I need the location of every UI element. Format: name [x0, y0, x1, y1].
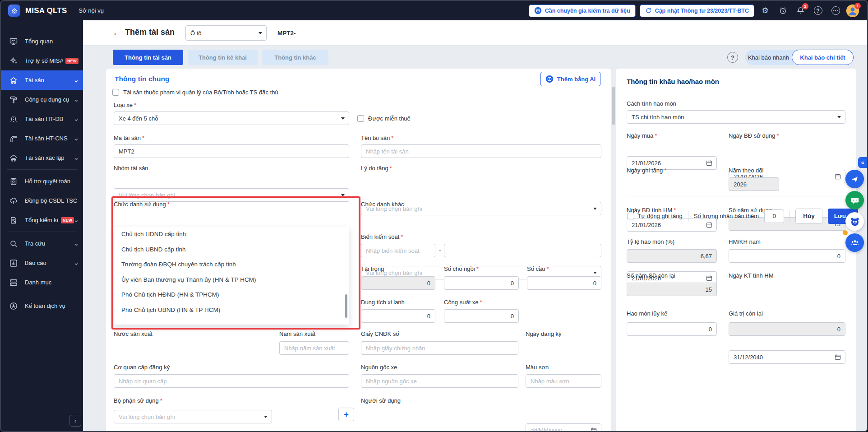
sidebar-item-tong-quan[interactable]: Tổng quan — [1, 32, 83, 51]
list-icon — [9, 278, 18, 287]
announcement-float-button[interactable] — [845, 170, 864, 188]
field-label: Lý do tăng* — [361, 165, 392, 172]
cong-suat-xe-input[interactable] — [444, 309, 519, 323]
refresh-icon — [645, 7, 652, 14]
nuoc-san-xuat-select[interactable]: Vui lòng chọn bản ghi — [114, 410, 272, 423]
tab-thong-tin-khac[interactable]: Thông tin khác — [262, 50, 328, 65]
scope-checkbox[interactable] — [112, 89, 119, 96]
expert-check-button[interactable]: Cần chuyên gia kiểm tra dữ liệu — [529, 5, 636, 17]
cancel-button[interactable]: Hủy — [795, 209, 822, 224]
dung-tich-xi-lanh-input[interactable] — [361, 309, 435, 323]
dropdown-option[interactable]: Phó Chủ tịch UBND (HN & TP HCM) — [114, 302, 349, 318]
tab-thong-tin-ke-khai[interactable]: Thông tin kê khai — [188, 50, 258, 65]
topbar: MISA QLTS Sở nội vụ Cần chuyên gia kiểm … — [1, 1, 867, 20]
dropdown-option[interactable]: Chủ tịch UBND cấp tỉnh — [114, 242, 349, 257]
chevron-down-icon — [341, 117, 345, 120]
settings-icon[interactable]: ⚙ — [758, 4, 772, 18]
help-icon[interactable]: ? — [811, 4, 825, 18]
expand-panel-tab[interactable]: « — [858, 157, 867, 168]
field-label: Nguồn gốc xe — [361, 364, 397, 371]
dashboard-icon — [9, 37, 18, 46]
history-clock-icon[interactable] — [776, 4, 790, 18]
sidebar-item-tra-cuu[interactable]: Tra cứu — [1, 234, 83, 253]
sidebar-item-ho-tro-quyet-toan[interactable]: Hỗ trợ quyết toán — [1, 172, 83, 191]
field-label: Số chỗ ngồi* — [444, 265, 479, 272]
chat-support-float-button[interactable] — [845, 191, 864, 209]
dropdown-scrollbar[interactable] — [345, 294, 347, 318]
sidebar-item-bao-cao[interactable]: Báo cáo — [1, 253, 83, 273]
field-label: Màu sơn — [526, 364, 549, 371]
sidebar-item-dong-bo-csdl-tsc[interactable]: Đồng bộ CSDL TSC — [1, 191, 83, 210]
community-float-button[interactable] — [845, 233, 864, 252]
dropdown-option[interactable]: Phó Chủ tịch HĐND (HN & TPHCM) — [114, 287, 349, 302]
bar-chart-icon — [9, 259, 18, 268]
co-quan-cap-dang-ky-input[interactable] — [114, 374, 349, 388]
sidebar-item-tai-san[interactable]: Tài sản — [1, 70, 83, 90]
sidebar: Tổng quan Trợ lý số MISA AVA NEW Tài sản… — [1, 20, 83, 431]
assistant-bot-float-button[interactable] — [845, 212, 864, 231]
chevron-down-icon — [74, 117, 78, 121]
divider — [688, 211, 688, 222]
user-avatar[interactable]: 1 — [846, 5, 859, 17]
sidebar-item-tro-ly-so-misa-ava[interactable]: Trợ lý số MISA AVA NEW — [1, 51, 83, 70]
nam-san-xuat-input[interactable] — [279, 341, 349, 355]
sidebar-item-tai-san-ht-cns[interactable]: Tài sản HT-CNS — [1, 129, 83, 148]
chevron-down-icon — [74, 242, 78, 246]
field-label: Chức danh khác — [361, 201, 404, 208]
back-arrow-icon[interactable]: ← — [112, 28, 121, 37]
tab-thong-tin-tai-san[interactable]: Thông tin tài sản — [113, 50, 183, 65]
ma-tai-san-input[interactable] — [114, 144, 349, 158]
sidebar-collapse-button[interactable]: ‹ — [69, 415, 81, 427]
tai-trong-input — [361, 276, 435, 290]
new-badge: NEW — [65, 58, 78, 64]
sidebar-item-tai-san-ht-db[interactable]: Tài sản HT-ĐB — [1, 109, 83, 129]
sidebar-divider — [7, 232, 77, 232]
vertical-scrollbar[interactable] — [612, 87, 615, 125]
people-group-icon — [850, 238, 860, 248]
sidebar-item-danh-muc[interactable]: Danh mục — [1, 273, 83, 292]
field-label: Nhóm tài sản — [114, 165, 148, 172]
more-options-icon[interactable]: ⋯ — [829, 4, 842, 18]
sidebar-item-tong-kiem-ke[interactable]: Tổng kiểm kê NEW — [1, 210, 83, 230]
bien-kiem-soat-input-2[interactable] — [444, 244, 601, 257]
document-check-icon — [9, 216, 18, 225]
sidebar-item-ke-toan-dich-vu[interactable]: Kế toán dịch vụ — [1, 296, 83, 316]
chevron-down-icon — [74, 78, 78, 83]
asset-type-select[interactable]: Ô tô — [185, 25, 267, 41]
sidebar-item-cong-cu-dung-cu[interactable]: Công cụ dụng cụ — [1, 90, 83, 109]
add-by-ai-button[interactable]: Thêm bằng AI — [540, 72, 600, 86]
ngay-dang-ky-datepicker[interactable]: dd/MM/yyyy — [526, 423, 601, 432]
add-department-button[interactable]: + — [338, 408, 354, 421]
dropdown-option[interactable]: Chủ tịch HĐND cấp tỉnh — [114, 227, 349, 242]
nhom-tai-san-select[interactable]: Vui lòng chọn bản ghi — [114, 188, 349, 202]
auto-record-checkbox[interactable] — [628, 213, 634, 219]
clone-count-input[interactable] — [764, 209, 784, 223]
nguon-goc-xe-input[interactable] — [361, 374, 518, 388]
chevron-down-icon — [593, 272, 597, 274]
dropdown-option[interactable]: Ủy viên Ban thường vụ Thành ủy (HN & TP … — [114, 272, 349, 288]
field-label: Tên tài sản* — [361, 135, 393, 141]
sidebar-item-tai-san-xac-lap[interactable]: Tài sản xác lập — [1, 148, 83, 167]
mau-son-input[interactable] — [526, 374, 601, 388]
asset-code-prefix: MPT2- — [277, 30, 296, 37]
bien-kiem-soat-input-1[interactable] — [361, 244, 435, 257]
field-label: Năm sản xuất — [279, 330, 315, 337]
section-title: Thông tin chung — [115, 75, 169, 83]
tax-exempt-checkbox[interactable] — [357, 115, 364, 122]
paint-roller-icon — [9, 95, 18, 104]
so-cho-ngoi-input[interactable] — [444, 276, 519, 290]
field-label: Tải trọng — [361, 265, 384, 272]
expert-check-label: Cần chuyên gia kiểm tra dữ liệu — [545, 8, 630, 14]
giay-cndk-so-input[interactable] — [361, 341, 518, 355]
dropdown-option[interactable]: Trưởng đoàn ĐBQH chuyên trách cấp tỉnh — [114, 257, 349, 272]
so-cau-input[interactable] — [527, 276, 601, 290]
notifications-bell-icon[interactable]: 2 — [794, 4, 807, 18]
circular-update-button[interactable]: Cập nhật Thông tư 23/2023/TT-BTC — [640, 5, 754, 17]
loai-xe-select[interactable]: Xe 4 đến 5 chỗ — [114, 111, 349, 125]
chevron-down-icon — [593, 208, 597, 210]
ai-icon — [545, 75, 554, 83]
calendar-icon — [590, 427, 597, 432]
app-logo-icon — [8, 5, 20, 17]
asset-establish-icon — [9, 153, 18, 163]
ten-tai-san-input[interactable] — [361, 144, 601, 158]
